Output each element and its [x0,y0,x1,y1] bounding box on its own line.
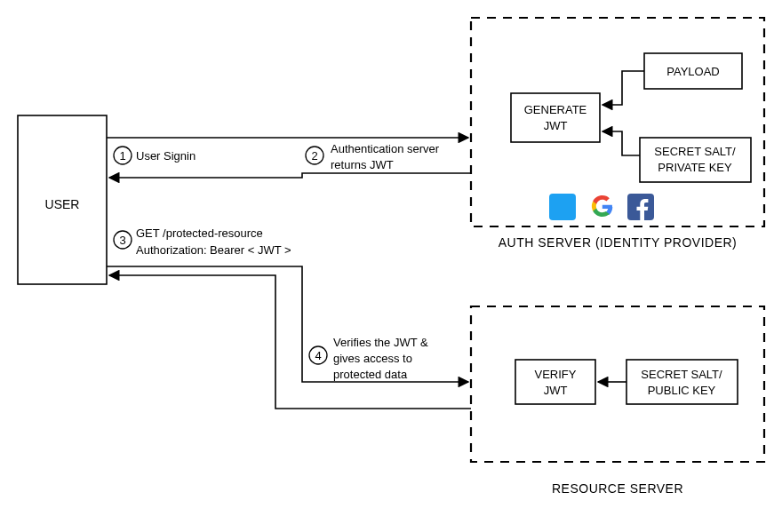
resource-server-caption: RESOURCE SERVER [552,481,683,496]
secret-public-l2: PUBLIC KEY [648,384,716,397]
generate-jwt-l1: GENERATE [524,103,587,116]
arrow-payload-to-generate [602,71,644,105]
payload-label: PAYLOAD [666,65,719,78]
generate-jwt-l2: JWT [544,119,568,132]
secret-public-box [626,360,738,404]
step3-l1: GET /protected-resource [136,226,263,240]
step1-num: 1 [119,149,125,163]
arrow-step3 [107,266,468,382]
facebook-icon [627,194,654,220]
google-icon [588,194,615,220]
step1-text: User Signin [136,149,196,163]
step4-num: 4 [315,349,321,362]
arrow-secret-to-generate [602,131,640,155]
secret-public-l1: SECRET SALT/ [641,368,722,381]
step2-l2: returns JWT [331,158,394,171]
step2-l1: Authentication server [331,142,440,155]
verify-jwt-l2: JWT [544,384,568,397]
step3-l2: Authorization: Bearer < JWT > [136,243,291,257]
arrow-step2 [109,173,471,178]
verify-jwt-l1: VERIFY [535,368,577,381]
user-label: USER [45,197,80,211]
secret-private-l1: SECRET SALT/ [654,145,736,158]
jwt-flow-diagram: USER GENERATE JWT PAYLOAD SECRET SALT/ P… [0,0,782,532]
verify-jwt-box [515,360,595,404]
secret-private-l2: PRIVATE KEY [658,161,732,174]
svg-rect-0 [549,194,576,220]
step3-num: 3 [119,234,125,247]
step4-l3: protected data [333,368,408,381]
step4-l2: gives access to [333,352,412,365]
generate-jwt-box [511,93,600,142]
twitter-icon [526,188,576,220]
auth-server-caption: AUTH SERVER (IDENTITY PROVIDER) [499,235,738,250]
step4-l1: Verifies the JWT & [333,336,428,349]
step2-num: 2 [311,149,317,163]
